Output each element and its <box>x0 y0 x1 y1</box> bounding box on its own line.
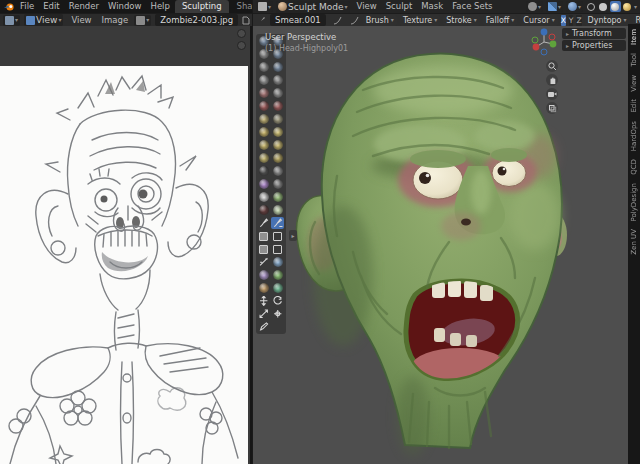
npanel-transform-section[interactable]: ▸ Transform <box>562 28 626 39</box>
tool-box-trim-33[interactable] <box>271 243 284 255</box>
tool-multi-plane-scrape-13[interactable] <box>271 113 284 125</box>
tool-line-project-34[interactable] <box>257 256 270 268</box>
blender-logo-icon[interactable] <box>3 2 15 12</box>
shading-material-button[interactable] <box>610 1 621 12</box>
npanel-tab-qcd[interactable]: QCD <box>629 156 640 178</box>
tool-color-filter-37[interactable] <box>271 269 284 281</box>
tool-thumb-18[interactable] <box>257 152 270 164</box>
radius-pressure-icon[interactable] <box>332 15 343 26</box>
tool-layer-5[interactable] <box>271 61 284 73</box>
mode-dropdown[interactable]: Sculpt Mode ▾ <box>276 1 350 13</box>
tool-move-40[interactable] <box>257 295 270 307</box>
vp-menu-facesets[interactable]: Face Sets <box>448 0 496 13</box>
overlays-dropdown[interactable]: ▾ <box>566 1 583 12</box>
vp-menu-mask[interactable]: Mask <box>417 0 447 13</box>
brush-name-field[interactable]: Smear.001 <box>270 14 326 26</box>
stroke-dropdown[interactable]: Stroke▾ <box>443 15 480 26</box>
tool-box-hide-31[interactable] <box>271 230 284 242</box>
npanel-properties-section[interactable]: ▸ Properties <box>562 40 626 51</box>
workspace-tab-sculpting[interactable]: Sculpting <box>175 0 229 13</box>
npanel-tab-tool[interactable]: Tool <box>629 50 640 70</box>
tool-fill-11[interactable] <box>271 100 284 112</box>
dyntopo-dropdown[interactable]: Dyntopo▾ <box>585 15 630 26</box>
new-image-button[interactable] <box>240 15 251 26</box>
tool-cloth-filter-36[interactable] <box>257 269 270 281</box>
image-menu-view[interactable]: View <box>67 14 95 27</box>
tool-crease-8[interactable] <box>257 87 270 99</box>
snapping-dropdown[interactable]: ▾ <box>546 1 563 12</box>
tool-paint-28[interactable] <box>257 217 270 229</box>
zoom-icon[interactable] <box>546 60 558 72</box>
image-editor-canvas[interactable] <box>0 26 252 464</box>
image-mode-dropdown[interactable]: View ▾ <box>24 14 63 26</box>
symmetry-z-button[interactable]: Z <box>576 15 581 26</box>
vp-menu-view[interactable]: View <box>353 0 381 13</box>
tool-scale-42[interactable] <box>257 308 270 320</box>
tool-mask-26[interactable] <box>257 204 270 216</box>
tool-edit-face-set-39[interactable] <box>271 282 284 294</box>
shading-wireframe-button[interactable] <box>586 1 597 12</box>
perspective-toggle-icon[interactable] <box>546 102 558 114</box>
pan-hand-icon[interactable] <box>546 74 558 86</box>
vp-menu-sculpt[interactable]: Sculpt <box>382 0 417 13</box>
strength-pressure-icon[interactable] <box>349 15 360 26</box>
shading-rendered-button[interactable] <box>622 1 633 12</box>
tool-rotate-41[interactable] <box>271 295 284 307</box>
workspace-tab-shading[interactable]: Shading <box>230 0 252 13</box>
tool-mesh-filter-35[interactable] <box>271 256 284 268</box>
tool-clay-thumb-4[interactable] <box>257 61 270 73</box>
cursor-dropdown[interactable]: Cursor▾ <box>520 15 557 26</box>
symmetry-x-button[interactable]: X <box>561 15 566 26</box>
tool-elastic-deform-16[interactable] <box>257 139 270 151</box>
image-browse-button[interactable]: ▾ <box>134 15 151 26</box>
npanel-tab-item[interactable]: Item <box>629 26 640 48</box>
falloff-dropdown[interactable]: Falloff▾ <box>483 15 518 26</box>
image-menu-image[interactable]: Image <box>98 14 133 27</box>
tool-grab-15[interactable] <box>271 126 284 138</box>
npanel-tab-polydesign[interactable]: PolyDesign <box>629 180 640 225</box>
tool-blob-7[interactable] <box>271 74 284 86</box>
navigation-gizmo[interactable] <box>528 26 560 58</box>
editor-type-button[interactable]: ▾ <box>3 15 20 26</box>
brush-datablock-icon[interactable] <box>256 15 267 26</box>
npanel-tab-edit[interactable]: Edit <box>629 96 640 116</box>
tool-mask-by-color-38[interactable] <box>257 282 270 294</box>
tool-inflate-6[interactable] <box>257 74 270 86</box>
image-zoom-gizmo[interactable] <box>237 29 246 38</box>
tool-annotate-44[interactable] <box>257 321 270 333</box>
chevron-down-icon[interactable]: ▾ <box>634 4 637 10</box>
tool-boundary-23[interactable] <box>271 178 284 190</box>
npanel-tab-zen-uv[interactable]: Zen UV <box>629 226 640 258</box>
tool-smooth-9[interactable] <box>271 87 284 99</box>
menu-file[interactable]: File <box>16 0 38 13</box>
editor-type-button-3d[interactable]: ▾ <box>256 1 273 12</box>
tool-snake-hook-17[interactable] <box>271 139 284 151</box>
brush-dropdown[interactable]: Brush▾ <box>363 15 397 26</box>
toolbar-expand-handle[interactable]: ▸ <box>289 230 297 241</box>
menu-render[interactable]: Render <box>65 0 103 13</box>
shading-solid-button[interactable] <box>598 1 609 12</box>
tool-cloth-24[interactable] <box>257 191 270 203</box>
menu-edit[interactable]: Edit <box>39 0 63 13</box>
tool-scrape-12[interactable] <box>257 113 270 125</box>
viewport-canvas[interactable]: ▸ User Perspective (1) Head-Highpoly01 ▸… <box>253 26 628 464</box>
image-name-field[interactable]: Zombie2-003.jpg <box>155 14 238 26</box>
camera-view-icon[interactable] <box>546 88 558 100</box>
npanel-tab-view[interactable]: View <box>629 72 640 95</box>
tool-rotate-21[interactable] <box>271 165 284 177</box>
npanel-tab-hardops[interactable]: HardOps <box>629 118 640 154</box>
tool-box-mask-30[interactable] <box>257 230 270 242</box>
tool-nudge-20[interactable] <box>257 165 270 177</box>
tool-pose-19[interactable] <box>271 152 284 164</box>
tool-simplify-25[interactable] <box>271 191 284 203</box>
tool-pinch-14[interactable] <box>257 126 270 138</box>
tool-draw-face-sets-27[interactable] <box>271 204 284 216</box>
texture-dropdown[interactable]: Texture▾ <box>400 15 440 26</box>
tool-transform-43[interactable] <box>271 308 284 320</box>
image-pan-gizmo[interactable] <box>237 41 246 50</box>
symmetry-y-button[interactable]: Y <box>569 15 574 26</box>
tool-flatten-10[interactable] <box>257 100 270 112</box>
tool-slide-relax-22[interactable] <box>257 178 270 190</box>
tool-smear-29[interactable] <box>271 217 284 229</box>
menu-help[interactable]: Help <box>146 0 173 13</box>
